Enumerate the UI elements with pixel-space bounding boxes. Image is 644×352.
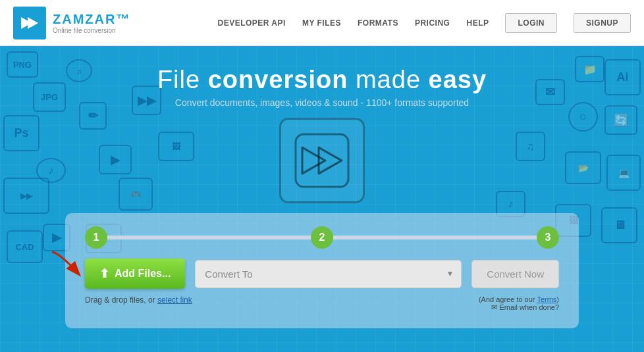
hero-title-easy: easy [429, 66, 487, 93]
nav-my-files[interactable]: MY FILES [302, 18, 341, 28]
logo-area: ZAMZAR™ Online file conversion [13, 7, 130, 39]
center-zamzar-logo [279, 118, 365, 203]
main-area: PNG JPG Ps ♪ ▶▶ ♬ ✏ ▶ ▶▶ 🖼 🎮 CAD ▶ 🖼 Ai … [0, 46, 644, 352]
hero-title-conversion: conversion [208, 66, 348, 93]
add-files-label: Add Files... [115, 268, 171, 280]
convert-to-wrapper: Convert To ▼ [195, 260, 462, 288]
step-2: 2 [311, 226, 333, 249]
email-when-done-label[interactable]: ✉ Email when done? [491, 303, 559, 311]
nav-formats[interactable]: FORMATS [358, 18, 398, 28]
bg-icon-laptop: 🖥 [601, 207, 637, 243]
drag-hint-text: Drag & drop files, or [85, 295, 157, 305]
svg-line-5 [302, 149, 324, 161]
conversion-panel: 1 2 3 ⬆ [65, 213, 579, 328]
bg-icon-cad: CAD [7, 230, 43, 263]
zamzar-logo-icon [13, 7, 46, 39]
step-3: 3 [537, 226, 559, 249]
bg-icon-monitor: 💻 [606, 155, 641, 191]
bg-icon-tape: ▶▶ [3, 178, 49, 214]
logo-text: ZAMZAR™ Online file conversion [53, 12, 130, 34]
bg-icon-gameboy: 🎮 [119, 178, 153, 211]
agree-hint: (And agree to our Terms) ✉ Email when do… [479, 295, 559, 312]
nav-pricing[interactable]: PRICING [415, 18, 450, 28]
agree-text: (And agree to our [479, 295, 537, 303]
convert-to-select[interactable] [195, 260, 462, 288]
center-logo-box [279, 118, 365, 203]
svg-line-6 [302, 161, 324, 172]
agree-end: ) [556, 295, 559, 303]
main-nav: DEVELOPER API MY FILES FORMATS PRICING H… [217, 13, 631, 33]
logo-subtitle: Online file conversion [53, 27, 130, 34]
bg-icon-ps: Ps [3, 115, 40, 151]
step-1: 1 [85, 226, 107, 249]
signup-button[interactable]: SIGNUP [574, 13, 631, 33]
nav-developer-api[interactable]: DEVELOPER API [217, 18, 285, 28]
login-button[interactable]: LOGIN [505, 13, 557, 33]
terms-link[interactable]: Terms [537, 295, 556, 303]
drag-hint: Drag & drop files, or select link [85, 295, 192, 305]
logo-title: ZAMZAR™ [53, 12, 130, 27]
bottom-hints: Drag & drop files, or select link (And a… [85, 295, 559, 312]
nav-help[interactable]: HELP [466, 18, 489, 28]
step-3-dot: 3 [537, 226, 559, 249]
bg-icon-img1: 🖼 [158, 132, 194, 161]
svg-marker-1 [28, 17, 38, 29]
bg-icon-triangle: ▶ [99, 145, 132, 174]
step-2-dot: 2 [311, 226, 333, 249]
hero-subtitle: Convert documents, images, videos & soun… [0, 97, 644, 108]
convert-now-button[interactable]: Convert Now [471, 260, 559, 288]
select-link[interactable]: select link [157, 295, 192, 305]
step-1-dot: 1 [85, 226, 107, 249]
steps-row: 1 2 3 [85, 226, 559, 249]
hero-title-file: File [157, 66, 208, 93]
add-files-button[interactable]: ⬆ Add Files... [85, 259, 185, 289]
hero-section: File conversion made easy Convert docume… [0, 46, 644, 108]
bg-icon-chart: 🔄 [604, 105, 637, 135]
upload-icon: ⬆ [99, 266, 109, 281]
bg-icon-folder2: 📂 [565, 151, 601, 184]
bg-icon-music1: ♪ [36, 158, 66, 183]
red-arrow-icon [49, 249, 88, 282]
hero-title: File conversion made easy [0, 66, 644, 94]
header: ZAMZAR™ Online file conversion DEVELOPER… [0, 0, 644, 46]
bg-icon-music2: ♫ [516, 132, 545, 161]
controls-row: ⬆ Add Files... Convert To ▼ Convert Now [85, 259, 559, 289]
hero-title-made: made [348, 66, 428, 93]
